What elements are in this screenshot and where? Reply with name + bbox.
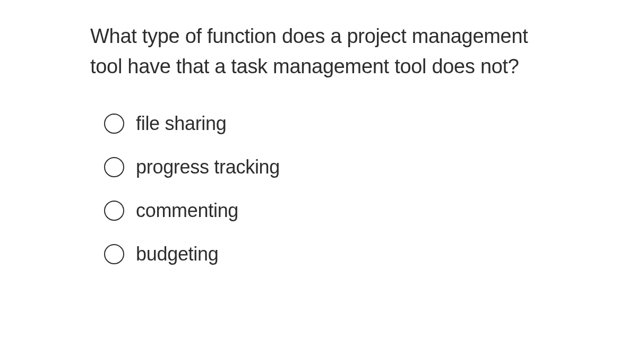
option-progress-tracking[interactable]: progress tracking [104,156,547,178]
option-label: budgeting [136,243,218,265]
option-label: commenting [136,200,238,222]
option-commenting[interactable]: commenting [104,200,547,222]
question-prompt: What type of function does a project man… [90,21,547,82]
option-label: file sharing [136,112,227,135]
option-label: progress tracking [136,156,280,178]
radio-icon [104,244,124,264]
radio-icon [104,157,124,177]
options-group: file sharing progress tracking commentin… [90,112,547,265]
option-budgeting[interactable]: budgeting [104,243,547,265]
radio-icon [104,114,124,134]
radio-icon [104,201,124,221]
option-file-sharing[interactable]: file sharing [104,112,547,135]
